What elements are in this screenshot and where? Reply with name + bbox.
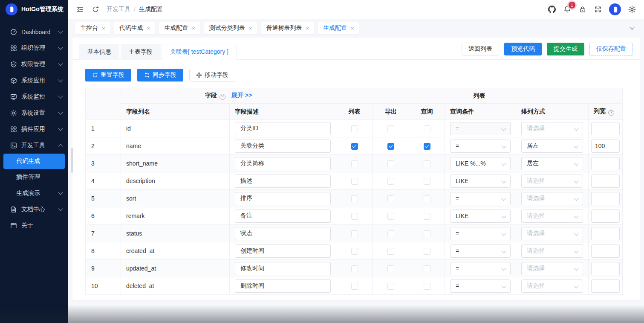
field-desc-input[interactable] — [235, 244, 331, 258]
breadcrumb-section[interactable]: 开发工具 — [107, 6, 130, 13]
sidebar-item-plugin-app[interactable]: 插件应用 — [0, 121, 68, 137]
nav-tab-1[interactable]: 代码生成× — [114, 22, 156, 34]
list-checkbox[interactable] — [351, 178, 358, 185]
list-checkbox[interactable] — [351, 283, 358, 290]
column-width-input[interactable] — [591, 175, 620, 188]
move-fields-button[interactable]: 移动字段 — [189, 69, 235, 81]
align-select[interactable]: 请选择 — [521, 227, 583, 240]
scrollbar[interactable] — [71, 148, 73, 173]
query-condition-select[interactable]: = — [450, 227, 511, 240]
field-desc-input[interactable] — [235, 192, 331, 205]
refresh-icon[interactable] — [91, 5, 100, 14]
query-condition-select[interactable]: = — [450, 122, 511, 135]
field-desc-input[interactable] — [235, 210, 331, 223]
export-checkbox[interactable] — [387, 195, 394, 202]
column-width-input[interactable] — [591, 140, 620, 153]
field-desc-input[interactable] — [235, 140, 331, 153]
align-select[interactable]: 请选择 — [521, 279, 583, 293]
align-select[interactable]: 居左 — [521, 157, 583, 170]
query-checkbox[interactable] — [424, 160, 430, 167]
github-icon[interactable] — [548, 5, 556, 14]
export-checkbox[interactable] — [387, 143, 394, 150]
query-condition-select[interactable]: LIKE — [450, 210, 511, 223]
close-icon[interactable]: × — [147, 26, 150, 31]
close-icon[interactable]: × — [249, 26, 252, 31]
align-select[interactable]: 居左 — [521, 140, 583, 153]
reset-fields-button[interactable]: 重置字段 — [85, 69, 131, 81]
field-desc-input[interactable] — [235, 122, 331, 135]
query-checkbox[interactable] — [424, 178, 430, 185]
submit-generate-button[interactable]: 提交生成 — [547, 43, 584, 55]
sidebar-item-org[interactable]: 组织管理 — [0, 40, 68, 56]
lock-icon[interactable] — [578, 5, 587, 14]
nav-tab-3[interactable]: 测试分类列表× — [204, 22, 257, 34]
export-checkbox[interactable] — [387, 160, 394, 167]
sidebar-item-gen-demo[interactable]: 生成演示 — [0, 185, 68, 201]
column-width-input[interactable] — [591, 210, 620, 223]
column-width-input[interactable] — [591, 227, 620, 240]
nav-tab-2[interactable]: 生成配置× — [159, 22, 200, 34]
query-condition-select[interactable]: = — [450, 262, 511, 275]
export-checkbox[interactable] — [387, 283, 394, 290]
export-checkbox[interactable] — [387, 125, 394, 132]
field-desc-input[interactable] — [235, 279, 331, 293]
column-width-input[interactable] — [591, 157, 620, 170]
column-width-input[interactable] — [591, 122, 620, 135]
field-desc-input[interactable] — [235, 227, 331, 240]
list-checkbox[interactable] — [351, 195, 358, 202]
align-select[interactable]: 请选择 — [521, 210, 583, 223]
export-checkbox[interactable] — [387, 213, 394, 220]
sidebar-item-docs[interactable]: 文档中心 — [0, 201, 68, 218]
tab-options-chevron-icon[interactable] — [627, 23, 637, 33]
query-condition-select[interactable]: LIKE %...% — [450, 157, 511, 170]
field-desc-input[interactable] — [235, 262, 331, 275]
close-icon[interactable]: × — [351, 26, 354, 31]
query-condition-select[interactable]: = — [450, 279, 511, 293]
list-checkbox[interactable] — [351, 248, 358, 255]
list-checkbox[interactable] — [351, 265, 358, 272]
sidebar-item-permission[interactable]: 权限管理 — [0, 56, 68, 73]
help-icon[interactable]: ? — [219, 94, 225, 100]
preview-code-button[interactable]: 预览代码 — [504, 43, 542, 55]
export-checkbox[interactable] — [387, 248, 394, 255]
align-select[interactable]: 请选择 — [521, 175, 583, 188]
query-checkbox[interactable] — [424, 283, 430, 290]
align-select[interactable]: 请选择 — [521, 262, 583, 275]
list-checkbox[interactable] — [351, 143, 358, 150]
save-config-only-button[interactable]: 仅保存配置 — [589, 43, 633, 55]
query-checkbox[interactable] — [424, 265, 430, 272]
avatar[interactable] — [609, 3, 621, 15]
query-condition-select[interactable]: = — [450, 244, 511, 258]
query-checkbox[interactable] — [424, 195, 430, 202]
export-checkbox[interactable] — [387, 230, 394, 237]
query-condition-select[interactable]: LIKE — [450, 175, 511, 188]
close-icon[interactable]: × — [306, 26, 309, 31]
settings-gear-icon[interactable] — [628, 5, 636, 14]
query-checkbox[interactable] — [424, 143, 430, 150]
query-checkbox[interactable] — [424, 213, 430, 220]
tab-basic-info[interactable]: 基本信息 — [79, 44, 119, 60]
tab-main-fields[interactable]: 主表字段 — [121, 44, 161, 60]
query-checkbox[interactable] — [424, 125, 430, 132]
fullscreen-icon[interactable] — [594, 5, 602, 14]
field-desc-input[interactable] — [235, 157, 331, 170]
sidebar-item-about[interactable]: 关于 — [0, 218, 68, 234]
sync-fields-button[interactable]: 同步字段 — [137, 69, 183, 81]
list-checkbox[interactable] — [351, 230, 358, 237]
query-condition-select[interactable]: = — [450, 192, 511, 205]
sidebar-item-dashboard[interactable]: Dashboard — [0, 24, 68, 40]
nav-tab-0[interactable]: 主控台× — [75, 22, 110, 34]
back-to-list-button[interactable]: 返回列表 — [462, 43, 499, 55]
sidebar-item-settings[interactable]: 系统设置 — [0, 105, 68, 121]
list-checkbox[interactable] — [351, 160, 358, 167]
nav-tab-5[interactable]: 生成配置× — [318, 22, 359, 34]
align-select[interactable]: 请选择 — [521, 192, 583, 205]
sidebar-item-monitor[interactable]: 系统监控 — [0, 89, 68, 105]
expand-link[interactable]: 展开 >> — [231, 92, 252, 99]
menu-fold-icon[interactable] — [76, 5, 84, 14]
query-condition-select[interactable]: = — [450, 140, 511, 153]
help-icon[interactable]: ? — [608, 110, 614, 116]
export-checkbox[interactable] — [387, 265, 394, 272]
column-width-input[interactable] — [591, 244, 620, 258]
list-checkbox[interactable] — [351, 125, 358, 132]
